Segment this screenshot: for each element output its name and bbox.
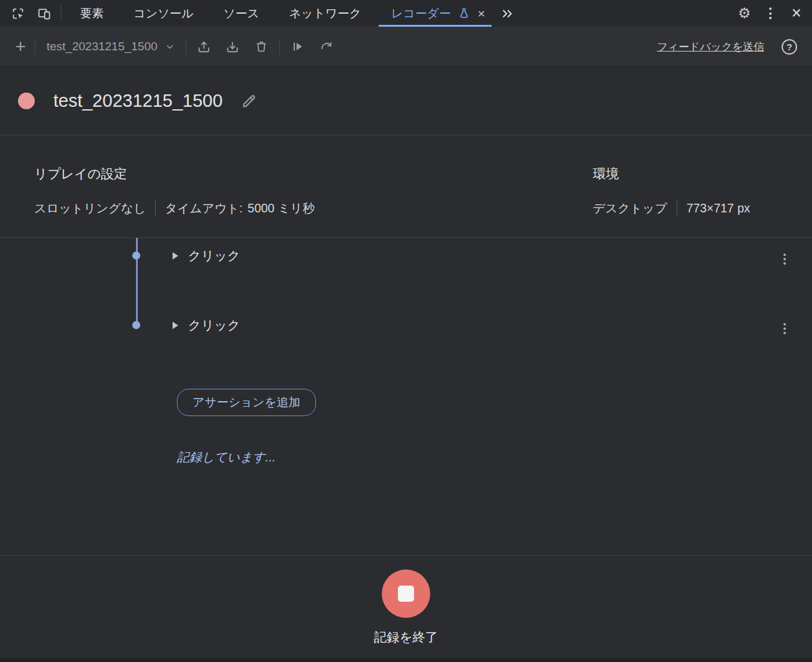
add-assertion-button[interactable]: アサーションを追加: [177, 389, 316, 416]
tab-recorder[interactable]: レコーダー ×: [376, 0, 494, 27]
environment-column: 環境 デスクトップ 773×717 px: [593, 165, 750, 217]
step-menu-kebab-icon[interactable]: [783, 247, 786, 265]
import-recording-icon[interactable]: [219, 35, 247, 58]
more-tabs-icon[interactable]: [500, 0, 514, 27]
tab-elements[interactable]: 要素: [65, 0, 119, 27]
recording-title-row: test_20231215_1500: [0, 66, 812, 135]
settings-section: リプレイの設定 スロットリングなし タイムアウト: 5000 ミリ秒 環境 デス…: [0, 135, 812, 238]
tab-close-icon[interactable]: ×: [477, 7, 485, 20]
device-toolbar-icon[interactable]: [31, 0, 57, 27]
tab-sources[interactable]: ソース: [209, 0, 274, 27]
settings-gear-icon[interactable]: ⚙: [731, 5, 757, 22]
devtools-menu-kebab-icon[interactable]: [757, 7, 783, 19]
step-row-click-1[interactable]: クリック: [0, 245, 812, 267]
stop-square-icon: [398, 586, 414, 602]
measure-performance-icon[interactable]: [312, 35, 341, 58]
expand-triangle-icon[interactable]: [173, 322, 178, 329]
export-recording-icon[interactable]: [190, 35, 219, 58]
recording-indicator-dot: [18, 93, 35, 109]
steps-section: クリック クリック アサーションを追加 記録しています...: [0, 238, 812, 556]
recording-footer: 記録を終了: [0, 556, 812, 658]
step-menu-kebab-icon[interactable]: [783, 317, 786, 334]
timeout-value: 5000 ミリ秒: [248, 200, 315, 217]
devtools-close-icon[interactable]: ×: [783, 4, 810, 23]
replay-icon[interactable]: [284, 35, 312, 58]
timeout-label: タイムアウト:: [165, 200, 243, 217]
recording-status-text: 記録しています...: [177, 449, 276, 466]
tabbar-right-controls: ⚙ ×: [731, 0, 812, 27]
replay-settings-heading: リプレイの設定: [34, 165, 315, 183]
expand-triangle-icon[interactable]: [173, 252, 178, 260]
add-recording-button[interactable]: +: [10, 37, 31, 56]
tab-recorder-label: レコーダー: [391, 6, 451, 22]
devtools-window: 要素 コンソール ソース ネットワーク レコーダー × ⚙ ×: [0, 0, 812, 662]
delete-recording-icon[interactable]: [247, 35, 276, 58]
replay-settings-column: リプレイの設定 スロットリングなし タイムアウト: 5000 ミリ秒: [34, 165, 315, 217]
edit-title-pencil-icon[interactable]: [241, 93, 257, 109]
stop-recording-button[interactable]: [382, 569, 430, 618]
recording-select-value: test_20231215_1500: [47, 40, 158, 53]
step-label: クリック: [188, 247, 240, 265]
detail-separator: [155, 200, 156, 217]
detail-separator: [677, 200, 677, 217]
device-type-value: デスクトップ: [593, 200, 667, 217]
send-feedback-link[interactable]: フィードバックを送信: [657, 40, 764, 54]
devtools-tabbar: 要素 コンソール ソース ネットワーク レコーダー × ⚙ ×: [0, 0, 812, 27]
tab-console[interactable]: コンソール: [119, 0, 209, 27]
toolbar-separator: [35, 39, 35, 55]
chevron-down-icon: [165, 42, 174, 52]
recorder-toolbar: + test_20231215_1500: [0, 27, 812, 66]
tabbar-separator: [61, 6, 61, 22]
toolbar-separator: [186, 39, 186, 55]
tab-network[interactable]: ネットワーク: [274, 0, 376, 27]
bottom-strip: [0, 658, 812, 662]
step-row-click-2[interactable]: クリック: [0, 314, 812, 337]
viewport-size-value: 773×717 px: [687, 201, 750, 215]
step-label: クリック: [188, 317, 240, 334]
recording-title: test_20231215_1500: [53, 91, 223, 111]
inspect-element-icon[interactable]: [5, 0, 31, 27]
throttling-value: スロットリングなし: [34, 200, 146, 217]
help-icon[interactable]: ?: [782, 39, 797, 55]
toolbar-separator: [279, 39, 280, 55]
recording-select[interactable]: test_20231215_1500: [39, 40, 182, 53]
stop-recording-label: 記録を終了: [374, 628, 438, 646]
experiment-flask-icon: [458, 7, 470, 19]
environment-heading: 環境: [593, 165, 750, 183]
